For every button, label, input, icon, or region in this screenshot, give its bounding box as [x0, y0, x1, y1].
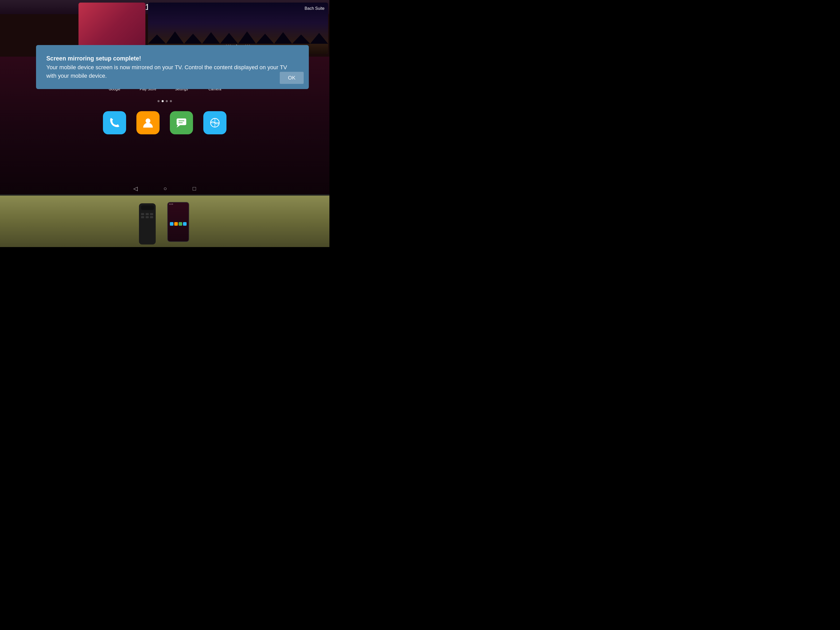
mini-icon-2 — [174, 222, 178, 226]
mini-icon-1 — [170, 222, 174, 226]
remote-btn-5 — [146, 216, 149, 218]
browser-icon — [203, 111, 226, 134]
browser-svg — [208, 115, 222, 130]
remote-top — [141, 205, 154, 210]
msg-tail — [177, 125, 180, 127]
remote-btn-2 — [146, 213, 149, 215]
phone-icon — [103, 111, 126, 134]
mirroring-message: Screen mirroring setup complete! Your mo… — [46, 54, 298, 80]
dialog-title: Screen mirroring setup complete! — [46, 54, 298, 63]
contact-head — [146, 118, 150, 123]
remote-btn-4 — [141, 216, 144, 218]
remote-btn-6 — [150, 216, 153, 218]
contacts-icon — [136, 111, 159, 134]
nav-bar: ◁ ○ □ — [0, 182, 329, 196]
page-dot-2 — [162, 100, 164, 102]
ok-button[interactable]: OK — [280, 72, 304, 84]
remote-buttons — [139, 212, 156, 219]
page-dot-4 — [170, 100, 172, 102]
messages-icon — [170, 111, 193, 134]
app-item-messages[interactable] — [170, 111, 193, 134]
page-dot-1 — [158, 100, 159, 102]
tv-stand-area — [0, 196, 329, 247]
app-item-browser[interactable] — [203, 111, 226, 134]
phone-handset — [110, 118, 119, 127]
back-button[interactable]: ◁ — [133, 185, 138, 192]
mirroring-dialog: Screen mirroring setup complete! Your mo… — [36, 45, 309, 89]
phone-content: 11:15 Aug 7 Choose an album Bach Suite ⏮… — [0, 0, 329, 196]
remote-control — [139, 203, 156, 245]
phone-mini-status: 11:13 — [169, 203, 173, 205]
home-button[interactable]: ○ — [163, 185, 167, 192]
phone-screen-mini: 11:13 — [168, 202, 189, 242]
phone-mini-icons — [169, 221, 188, 227]
mini-icon-4 — [183, 222, 186, 226]
phone-svg — [107, 115, 122, 130]
page-dot-3 — [166, 100, 168, 102]
remote-btn-1 — [141, 213, 144, 215]
app-row-2 — [103, 111, 226, 134]
messages-svg — [174, 115, 189, 130]
phone-device: 11:13 — [167, 202, 189, 242]
page-dots — [158, 100, 172, 102]
msg-bubble — [177, 118, 186, 125]
recent-button[interactable]: □ — [193, 185, 196, 192]
contacts-svg — [141, 115, 155, 130]
tv-screen: 11:15 Aug 7 Choose an album Bach Suite ⏮… — [0, 0, 329, 196]
app-item-contacts[interactable] — [136, 111, 159, 134]
app-item-phone[interactable] — [103, 111, 126, 134]
contact-body — [143, 123, 153, 128]
mini-icon-3 — [178, 222, 182, 226]
dialog-body: Your mobile device screen is now mirrore… — [46, 64, 287, 79]
remote-btn-3 — [150, 213, 153, 215]
music-title: Bach Suite — [152, 6, 325, 11]
